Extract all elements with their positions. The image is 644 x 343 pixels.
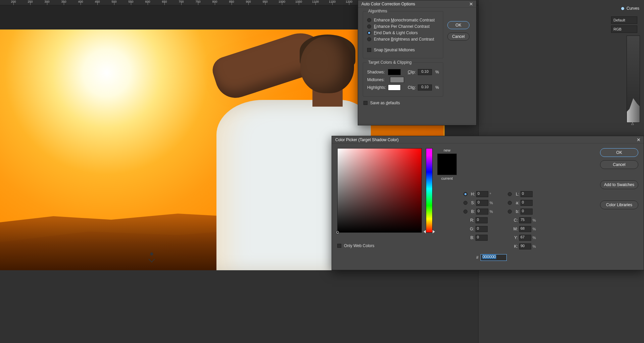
ruler-tick: 750: [190, 0, 206, 3]
curves-panel-tab[interactable]: Curves: [621, 6, 639, 11]
ruler-tick: 350: [55, 0, 72, 3]
cancel-button[interactable]: Cancel: [447, 33, 469, 41]
ruler-tick: 400: [72, 0, 89, 3]
hue-pointer-icon: [424, 230, 426, 233]
ruler-tick: 250: [22, 0, 39, 3]
midtones-color-swatch[interactable]: [390, 77, 404, 83]
save-as-defaults-checkbox[interactable]: Save as defaults: [363, 101, 472, 105]
b-input[interactable]: 0: [476, 209, 488, 215]
ok-button[interactable]: OK: [600, 148, 638, 157]
ruler-tick: 900: [240, 0, 257, 3]
r-input[interactable]: 0: [476, 217, 488, 223]
curves-histogram[interactable]: [627, 36, 640, 123]
curves-preset-select[interactable]: Default: [611, 16, 637, 24]
radio-icon: [367, 37, 371, 41]
h-radio-row[interactable]: H:0°: [463, 191, 494, 197]
algorithms-heading: Algorithms: [366, 9, 389, 13]
add-to-swatches-button[interactable]: Add to Swatches: [600, 180, 638, 189]
percent-label: %: [435, 85, 439, 90]
radio-icon: [367, 24, 371, 28]
curves-white-point-slider[interactable]: △: [631, 121, 634, 125]
s-input[interactable]: 0: [476, 200, 488, 206]
curves-label: Curves: [627, 6, 639, 11]
ruler-tick: 800: [206, 0, 223, 3]
color-libraries-button[interactable]: Color Libraries: [600, 201, 638, 209]
ruler-tick: 650: [156, 0, 173, 3]
snap-neutral-midtones-checkbox[interactable]: Snap Neutral Midtones: [367, 48, 439, 52]
algo-find-dark-light-radio[interactable]: Find Dark & Light Colors: [367, 31, 439, 35]
checkbox-icon: [367, 48, 371, 52]
radio-icon: [508, 210, 512, 214]
curves-channel-select[interactable]: RGB: [611, 25, 637, 33]
ruler-tick: 550: [122, 0, 139, 3]
percent-label: %: [435, 70, 439, 74]
only-web-colors-checkbox[interactable]: Only Web Colors: [337, 243, 374, 248]
target-colors-group: Target Colors & Clipping Shadows: Clip: …: [363, 62, 443, 97]
y-input[interactable]: 67: [519, 235, 531, 241]
close-icon[interactable]: ✕: [636, 137, 642, 143]
ruler-tick: 500: [106, 0, 122, 3]
l-radio-row[interactable]: L:0: [508, 191, 539, 197]
m-input[interactable]: 68: [519, 226, 531, 232]
close-icon[interactable]: ✕: [468, 1, 474, 7]
algo-brightness-contrast-radio[interactable]: Enhance Brightness and Contrast: [367, 37, 439, 42]
highlights-color-swatch[interactable]: [388, 84, 401, 91]
current-color-label: current: [441, 176, 453, 180]
ruler-tick: 300: [39, 0, 55, 3]
auto-color-correction-dialog: Auto Color Correction Options ✕ OK Cance…: [358, 0, 477, 125]
radio-icon: [463, 192, 467, 196]
highlights-label: Highlights:: [367, 85, 386, 90]
curves-icon: [621, 7, 625, 10]
dialog-title: Auto Color Correction Options: [361, 2, 415, 6]
hue-slider[interactable]: [426, 148, 433, 233]
ruler-tick: 1150: [324, 0, 341, 3]
new-color-swatch: [438, 154, 456, 164]
ok-button[interactable]: OK: [447, 21, 469, 29]
algo-monochromatic-radio[interactable]: Enhance Monochromatic Contrast: [367, 18, 439, 22]
l-input[interactable]: 0: [521, 191, 533, 197]
hex-label: #: [476, 255, 479, 260]
radio-icon: [508, 192, 512, 196]
h-input[interactable]: 0: [476, 191, 488, 197]
dialog-titlebar[interactable]: Color Picker (Target Shadow Color) ✕: [332, 136, 644, 144]
g-input[interactable]: 0: [476, 226, 488, 232]
c-input[interactable]: 75: [519, 217, 531, 223]
new-color-label: new: [444, 148, 450, 152]
radio-icon: [367, 18, 371, 22]
ruler-tick: 150: [0, 0, 5, 3]
dialog-title: Color Picker (Target Shadow Color): [335, 137, 399, 142]
ruler-tick: 700: [173, 0, 190, 3]
b-radio-row[interactable]: B:0%: [463, 209, 494, 215]
radio-icon: [463, 210, 467, 214]
ruler-tick: 1100: [307, 0, 324, 3]
a-input[interactable]: 0: [521, 200, 533, 206]
algorithms-group: Algorithms Enhance Monochromatic Contras…: [363, 11, 443, 58]
new-current-swatch[interactable]: [437, 154, 457, 175]
radio-icon: [463, 201, 467, 205]
ruler-tick: 950: [257, 0, 274, 3]
lab-b-radio-row[interactable]: b:0: [508, 209, 539, 215]
highlights-clip-input[interactable]: 0.10: [418, 84, 432, 91]
shadows-clip-input[interactable]: 0.10: [418, 69, 432, 75]
ruler-tick: 600: [139, 0, 156, 3]
dialog-titlebar[interactable]: Auto Color Correction Options ✕: [358, 0, 476, 8]
a-radio-row[interactable]: a:0: [508, 200, 539, 206]
current-color-swatch: [438, 164, 456, 175]
ruler-tick: 850: [223, 0, 240, 3]
algo-per-channel-radio[interactable]: Enhance Per Channel Contrast: [367, 24, 439, 29]
color-picker-dialog: Color Picker (Target Shadow Color) ✕ new…: [332, 136, 644, 270]
cancel-button[interactable]: Cancel: [600, 160, 638, 169]
k-input[interactable]: 90: [519, 243, 531, 249]
shadows-color-swatch[interactable]: [388, 69, 401, 75]
ruler-tick: 1050: [290, 0, 307, 3]
s-radio-row[interactable]: S:0%: [463, 200, 494, 206]
rgb-b-input[interactable]: 0: [476, 235, 488, 241]
radio-icon: [508, 201, 512, 205]
ruler-tick: 200: [5, 0, 22, 3]
lab-b-input[interactable]: 0: [521, 209, 533, 215]
shadows-label: Shadows:: [367, 70, 386, 74]
hex-input[interactable]: 000000: [481, 254, 507, 261]
ruler-tick: 1000: [274, 0, 290, 3]
ruler-tick: 1200: [341, 0, 357, 3]
saturation-value-field[interactable]: [337, 148, 422, 233]
